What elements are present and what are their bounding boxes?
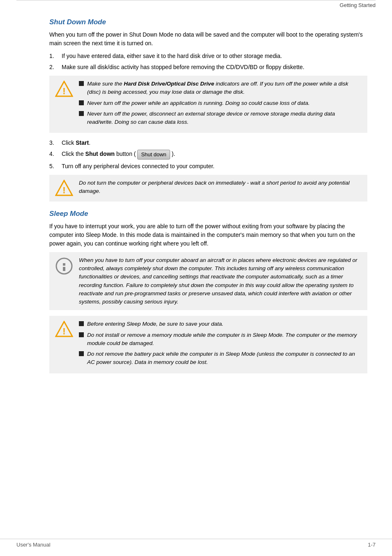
shutdown-intro: When you turn off the power in Shut Down… bbox=[49, 30, 367, 48]
shutdown-steps-1-2: 1. If you have entered data, either save… bbox=[49, 52, 367, 72]
step-1-text: If you have entered data, either save it… bbox=[62, 52, 282, 60]
warning-1-item-3: Never turn off the power, disconnect an … bbox=[79, 110, 362, 127]
warning-1-text-1: Make sure the Hard Disk Drive/Optical Di… bbox=[87, 80, 362, 97]
step-3-text: Click Start. bbox=[62, 139, 90, 147]
bullet-1 bbox=[79, 81, 84, 86]
step-3-num: 3. bbox=[49, 139, 62, 147]
warning-box-2: ! Do not turn the computer or peripheral… bbox=[49, 175, 367, 202]
warning-box-1: ! Make sure the Hard Disk Drive/Optical … bbox=[49, 76, 367, 133]
sleep-info-box: When you have to turn off your computer … bbox=[49, 252, 367, 310]
sleep-mode-title: Sleep Mode bbox=[49, 210, 367, 218]
warning-icon-2: ! bbox=[55, 180, 75, 197]
step-4-num: 4. bbox=[49, 150, 62, 158]
shutdown-mode-section: Shut Down Mode When you turn off the pow… bbox=[49, 18, 367, 202]
step-5: 5. Turn off any peripheral devices conne… bbox=[49, 162, 367, 171]
content-area: Shut Down Mode When you turn off the pow… bbox=[0, 10, 392, 404]
warning-1-text-2: Never turn off the power while an applic… bbox=[87, 99, 310, 107]
bullet-3 bbox=[79, 111, 84, 116]
step-5-num: 5. bbox=[49, 162, 62, 171]
sleep-warning-text-3: Do not remove the battery pack while the… bbox=[87, 350, 362, 367]
warning-1-content: Make sure the Hard Disk Drive/Optical Di… bbox=[79, 80, 362, 129]
sleep-warning-list: Before entering Sleep Mode, be sure to s… bbox=[79, 320, 362, 366]
step-2-num: 2. bbox=[49, 63, 62, 72]
shutdown-button[interactable]: Shut down bbox=[137, 150, 170, 160]
svg-rect-6 bbox=[63, 267, 65, 271]
svg-text:!: ! bbox=[62, 326, 65, 336]
page-header: Getting Started bbox=[0, 0, 392, 10]
shutdown-steps-3-5: 3. Click Start. 4. Click the Shut down b… bbox=[49, 139, 367, 171]
warning-1-text-3: Never turn off the power, disconnect an … bbox=[87, 110, 362, 127]
bullet-2 bbox=[79, 100, 84, 105]
step-4-text: Click the Shut down button ( Shut down )… bbox=[62, 150, 175, 160]
warning-2-text: Do not turn the computer or peripheral d… bbox=[79, 180, 350, 194]
step-2: 2. Make sure all disk/disc activity has … bbox=[49, 63, 367, 72]
breadcrumb: Getting Started bbox=[340, 2, 376, 8]
warning-1-item-1: Make sure the Hard Disk Drive/Optical Di… bbox=[79, 80, 362, 97]
warning-icon-1: ! bbox=[55, 81, 75, 98]
sleep-info-text: When you have to turn off your computer … bbox=[79, 257, 357, 305]
sleep-warning-content: Before entering Sleep Mode, be sure to s… bbox=[79, 320, 362, 369]
warning-1-list: Make sure the Hard Disk Drive/Optical Di… bbox=[79, 80, 362, 126]
footer-right: 1-7 bbox=[368, 542, 376, 548]
sleep-bullet-2 bbox=[79, 332, 84, 337]
warning-icon-3: ! bbox=[55, 321, 75, 338]
triangle-icon: ! bbox=[55, 81, 73, 97]
sleep-bullet-1 bbox=[79, 321, 84, 326]
warning-2-content: Do not turn the computer or peripheral d… bbox=[79, 179, 362, 196]
sleep-mode-section: Sleep Mode If you have to interrupt your… bbox=[49, 210, 367, 373]
step-1-num: 1. bbox=[49, 52, 62, 60]
step-2-text: Make sure all disk/disc activity has sto… bbox=[62, 63, 304, 72]
sleep-warning-item-3: Do not remove the battery pack while the… bbox=[79, 350, 362, 367]
triangle-icon-3: ! bbox=[55, 321, 73, 337]
footer-left: User's Manual bbox=[16, 542, 51, 548]
circle-icon bbox=[55, 257, 73, 275]
info-icon bbox=[55, 257, 75, 276]
sleep-bullet-3 bbox=[79, 351, 84, 356]
svg-point-4 bbox=[56, 258, 72, 274]
warning-1-item-2: Never turn off the power while an applic… bbox=[79, 99, 362, 107]
svg-rect-5 bbox=[63, 263, 65, 266]
page: Getting Started Shut Down Mode When you … bbox=[0, 0, 392, 556]
sleep-warning-text-1: Before entering Sleep Mode, be sure to s… bbox=[87, 320, 224, 328]
page-footer: User's Manual 1-7 bbox=[0, 539, 392, 548]
sleep-warning-box: ! Before entering Sleep Mode, be sure to… bbox=[49, 316, 367, 373]
sleep-warning-item-2: Do not install or remove a memory module… bbox=[79, 331, 362, 348]
sleep-warning-text-2: Do not install or remove a memory module… bbox=[87, 331, 362, 348]
step-5-text: Turn off any peripheral devices connecte… bbox=[62, 162, 214, 171]
svg-text:!: ! bbox=[62, 86, 65, 96]
sleep-info-content: When you have to turn off your computer … bbox=[79, 256, 362, 306]
sleep-warning-item-1: Before entering Sleep Mode, be sure to s… bbox=[79, 320, 362, 328]
shutdown-mode-title: Shut Down Mode bbox=[49, 18, 367, 26]
step-3: 3. Click Start. bbox=[49, 139, 367, 147]
sleep-intro: If you have to interrupt your work, you … bbox=[49, 222, 367, 248]
step-4: 4. Click the Shut down button ( Shut dow… bbox=[49, 150, 367, 160]
step-1: 1. If you have entered data, either save… bbox=[49, 52, 367, 60]
triangle-icon-2: ! bbox=[55, 180, 73, 196]
svg-text:!: ! bbox=[62, 185, 65, 195]
